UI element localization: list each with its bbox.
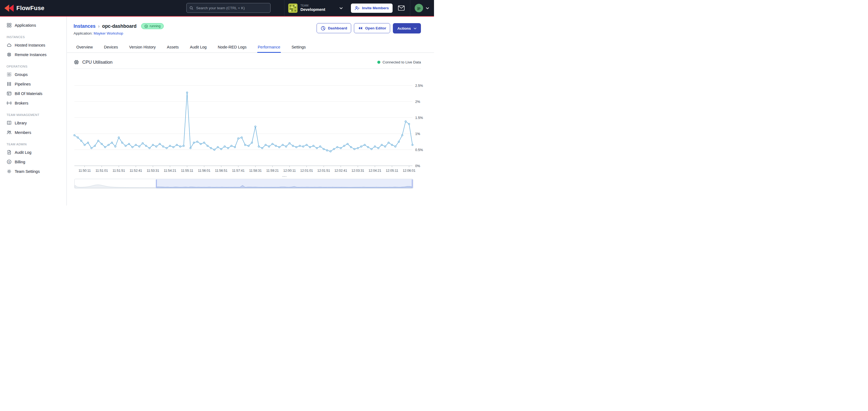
- open-editor-button-label: Open Editor: [365, 26, 386, 30]
- search-input[interactable]: [196, 6, 268, 10]
- svg-text:11:51:01: 11:51:01: [95, 169, 108, 173]
- chevron-down-icon: [413, 28, 416, 29]
- page-header: Instances › opc-dashboard running Applic…: [73, 23, 421, 35]
- svg-text:12:03:31: 12:03:31: [351, 169, 364, 173]
- tab-overview[interactable]: Overview: [76, 42, 93, 53]
- svg-text:11:56:51: 11:56:51: [215, 169, 227, 173]
- envelope-icon: [398, 5, 405, 11]
- svg-text:12:06:01: 12:06:01: [403, 169, 415, 173]
- play-circle-icon: [145, 25, 148, 28]
- svg-text:1.5%: 1.5%: [415, 116, 423, 120]
- svg-text:11:55:11: 11:55:11: [181, 169, 193, 173]
- dollar-icon: $: [6, 159, 12, 164]
- invite-members-button[interactable]: Invite Members: [351, 4, 393, 13]
- sidebar-item-remote-instances[interactable]: Remote Instances: [0, 50, 66, 59]
- open-editor-button[interactable]: Open Editor: [354, 23, 390, 33]
- sidebar-item-label: Billing: [15, 160, 25, 164]
- navigator-chart[interactable]: [74, 179, 413, 189]
- cpu-chip-icon: [73, 59, 79, 65]
- svg-text:12:02:41: 12:02:41: [334, 169, 347, 173]
- application-label: Application:: [73, 31, 93, 35]
- sidebar-item-label: Team Settings: [15, 169, 40, 174]
- tab-version-history[interactable]: Version History: [129, 42, 156, 53]
- svg-text:11:59:21: 11:59:21: [266, 169, 279, 173]
- user-plus-icon: [355, 6, 360, 10]
- search-icon: [189, 6, 193, 10]
- invite-members-label: Invite Members: [362, 6, 389, 10]
- svg-text:12:05:11: 12:05:11: [386, 169, 398, 173]
- sidebar-item-label: Pipelines: [15, 82, 31, 86]
- navigator-drag-handle-icon[interactable]: [282, 176, 286, 177]
- application-link[interactable]: Mayker Workshop: [94, 31, 123, 35]
- tab-performance[interactable]: Performance: [257, 42, 281, 53]
- sidebar-item-members[interactable]: Members: [0, 128, 66, 137]
- cpu-utilisation-chart: 0%0.5%1%1.5%2%2.5%11:50:1111:51:0111:51:…: [73, 70, 428, 173]
- sidebar-item-bill-of-materials[interactable]: Bill Of Materials: [0, 89, 66, 98]
- chip-icon: [6, 52, 12, 57]
- breadcrumb-instances-link[interactable]: Instances: [73, 24, 96, 29]
- chevron-down-icon: [426, 7, 429, 9]
- svg-text:0%: 0%: [415, 164, 420, 168]
- live-status-label: Connected to Live Data: [382, 60, 421, 64]
- sidebar-item-label: Groups: [15, 72, 28, 77]
- sidebar-item-label: Applications: [15, 23, 36, 28]
- sidebar-section-team-management: TEAM MANAGEMENT: [0, 108, 66, 118]
- live-status-dot-icon: [377, 61, 380, 64]
- svg-text:0.5%: 0.5%: [415, 148, 423, 152]
- header-actions: Dashboard Open Editor Actions: [317, 23, 421, 35]
- tab-devices[interactable]: Devices: [103, 42, 119, 53]
- node-red-editor-icon: [358, 26, 363, 30]
- sidebar-item-label: Library: [15, 121, 27, 125]
- svg-text:11:52:41: 11:52:41: [130, 169, 142, 173]
- svg-text:$: $: [8, 160, 10, 163]
- tab-audit-log[interactable]: Audit Log: [189, 42, 207, 53]
- actions-button[interactable]: Actions: [393, 23, 421, 33]
- svg-text:1%: 1%: [415, 132, 420, 136]
- applications-icon: [6, 23, 12, 28]
- panel-title: CPU Utilisation: [82, 60, 113, 65]
- flowfuse-app: FlowFuse TEAM: [0, 0, 434, 205]
- flowfuse-logo[interactable]: FlowFuse: [0, 4, 44, 12]
- sidebar-item-hosted-instances[interactable]: Hosted Instances: [0, 40, 66, 50]
- user-menu[interactable]: jp: [410, 0, 434, 16]
- team-label: TEAM:: [301, 4, 325, 7]
- tab-node-red-logs[interactable]: Node-RED Logs: [217, 42, 247, 53]
- team-selector[interactable]: TEAM: Development: [284, 0, 346, 16]
- svg-text:11:53:31: 11:53:31: [147, 169, 159, 173]
- svg-text:12:01:01: 12:01:01: [300, 169, 313, 173]
- broadcast-icon: [6, 100, 12, 106]
- tab-settings[interactable]: Settings: [291, 42, 306, 53]
- sidebar-item-billing[interactable]: $ Billing: [0, 157, 66, 167]
- tab-assets[interactable]: Assets: [166, 42, 180, 53]
- main-content: Instances › opc-dashboard running Applic…: [67, 16, 434, 205]
- pipelines-icon: [6, 81, 12, 87]
- navbar-right: TEAM: Development Invite Members: [284, 0, 434, 16]
- sidebar-item-audit-log[interactable]: Audit Log: [0, 147, 66, 157]
- sidebar: Applications INSTANCES Hosted Instances …: [0, 16, 67, 205]
- chevron-down-icon: [339, 7, 343, 9]
- svg-text:11:54:21: 11:54:21: [164, 169, 176, 173]
- cpu-panel-header: CPU Utilisation Connected to Live Data: [73, 59, 421, 69]
- svg-text:11:50:11: 11:50:11: [79, 169, 91, 173]
- sidebar-item-library[interactable]: Library: [0, 118, 66, 128]
- live-data-status: Connected to Live Data: [377, 60, 421, 64]
- sidebar-item-label: Hosted Instances: [15, 43, 45, 47]
- sidebar-item-pipelines[interactable]: Pipelines: [0, 79, 66, 89]
- sidebar-item-label: Remote Instances: [15, 53, 46, 57]
- gear-icon: [6, 169, 12, 174]
- document-icon: [6, 150, 12, 155]
- sidebar-item-applications[interactable]: Applications: [0, 21, 66, 30]
- svg-text:11:57:41: 11:57:41: [232, 169, 245, 173]
- sidebar-item-brokers[interactable]: Brokers: [0, 98, 66, 108]
- table-icon: [6, 91, 12, 96]
- dashboard-button[interactable]: Dashboard: [317, 23, 351, 33]
- team-avatar: [288, 4, 298, 13]
- chart-navigator[interactable]: [74, 179, 413, 189]
- sidebar-item-team-settings[interactable]: Team Settings: [0, 167, 66, 176]
- pie-chart-icon: [321, 26, 326, 31]
- breadcrumb: Instances › opc-dashboard running: [73, 23, 164, 29]
- sidebar-section-team-admin: TEAM ADMIN: [0, 137, 66, 147]
- sidebar-item-groups[interactable]: Groups: [0, 70, 66, 79]
- svg-text:2%: 2%: [415, 100, 420, 104]
- notifications-button[interactable]: [397, 4, 406, 12]
